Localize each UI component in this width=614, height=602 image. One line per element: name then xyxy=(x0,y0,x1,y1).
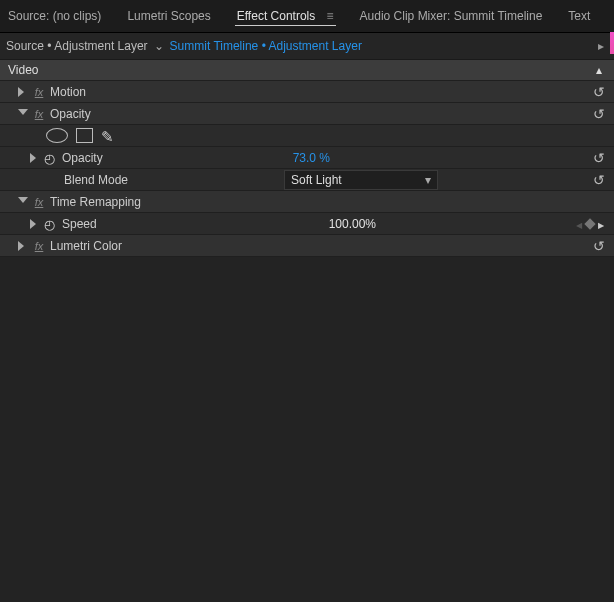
reset-icon[interactable] xyxy=(590,150,608,166)
effect-controls-body: Video fx Motion fx Opacity xyxy=(0,60,614,602)
twirl-icon[interactable] xyxy=(16,86,28,98)
panel-tab-bar: Source: (no clips) Lumetri Scopes Effect… xyxy=(0,0,614,33)
keyframe-next-icon[interactable] xyxy=(598,217,604,231)
stopwatch-icon[interactable] xyxy=(44,217,58,231)
effect-lumetri-color-row[interactable]: fx Lumetri Color xyxy=(0,235,614,257)
motion-label: Motion xyxy=(50,85,86,99)
twirl-icon[interactable] xyxy=(28,218,40,230)
mask-pen-icon[interactable] xyxy=(101,128,117,144)
chevron-down-icon xyxy=(425,173,431,187)
panel-menu-icon[interactable] xyxy=(327,9,334,23)
effect-opacity-row[interactable]: fx Opacity xyxy=(0,103,614,125)
opacity-value[interactable]: 73.0 % xyxy=(293,151,330,165)
speed-label: Speed xyxy=(62,217,97,231)
reset-icon[interactable] xyxy=(590,238,608,254)
tab-lumetri-scopes[interactable]: Lumetri Scopes xyxy=(125,7,212,25)
reset-icon[interactable] xyxy=(590,84,608,100)
right-edge-marker xyxy=(610,32,614,54)
blend-mode-select[interactable]: Soft Light xyxy=(284,170,438,190)
fx-badge-icon[interactable]: fx xyxy=(32,196,46,208)
keyframe-add-icon[interactable] xyxy=(584,218,595,229)
twirl-icon[interactable] xyxy=(16,108,28,120)
tab-source[interactable]: Source: (no clips) xyxy=(6,7,103,25)
opacity-prop-label: Opacity xyxy=(62,151,103,165)
fx-badge-icon[interactable]: fx xyxy=(32,240,46,252)
stopwatch-icon[interactable] xyxy=(44,151,58,165)
keyframe-prev-icon[interactable] xyxy=(576,217,582,231)
speed-row: Speed 100.00% xyxy=(0,213,614,235)
source-header: Source • Adjustment Layer ⌄ Summit Timel… xyxy=(0,33,614,60)
blend-mode-row: Blend Mode Soft Light xyxy=(0,169,614,191)
source-timeline-label[interactable]: Summit Timeline • Adjustment Layer xyxy=(170,39,362,53)
opacity-label: Opacity xyxy=(50,107,91,121)
fx-badge-icon[interactable]: fx xyxy=(32,108,46,120)
opacity-value-row: Opacity 73.0 % xyxy=(0,147,614,169)
opacity-mask-tools-row xyxy=(0,125,614,147)
reset-icon[interactable] xyxy=(590,172,608,188)
lumetri-color-label: Lumetri Color xyxy=(50,239,122,253)
tab-effect-controls[interactable]: Effect Controls xyxy=(235,7,336,26)
tab-effect-controls-label: Effect Controls xyxy=(237,9,315,23)
video-group-header[interactable]: Video xyxy=(0,60,614,81)
speed-value[interactable]: 100.00% xyxy=(329,217,376,231)
collapse-video-icon[interactable] xyxy=(592,63,606,77)
blend-mode-value: Soft Light xyxy=(291,173,342,187)
fx-badge-icon[interactable]: fx xyxy=(32,86,46,98)
tab-text[interactable]: Text xyxy=(566,7,592,25)
keyframe-nav xyxy=(576,217,608,231)
mask-ellipse-icon[interactable] xyxy=(46,128,68,143)
video-group-label: Video xyxy=(8,63,38,77)
effect-time-remapping-row[interactable]: fx Time Remapping xyxy=(0,191,614,213)
twirl-icon[interactable] xyxy=(28,152,40,164)
twirl-icon[interactable] xyxy=(16,196,28,208)
mask-rect-icon[interactable] xyxy=(76,128,93,143)
chevron-down-icon[interactable]: ⌄ xyxy=(154,39,164,53)
time-remapping-label: Time Remapping xyxy=(50,195,141,209)
tab-audio-clip-mixer[interactable]: Audio Clip Mixer: Summit Timeline xyxy=(358,7,545,25)
source-master-label: Source • Adjustment Layer xyxy=(6,39,148,53)
timeline-expand-icon[interactable] xyxy=(594,39,608,53)
reset-icon[interactable] xyxy=(590,106,608,122)
twirl-icon[interactable] xyxy=(16,240,28,252)
effect-motion-row[interactable]: fx Motion xyxy=(0,81,614,103)
blend-mode-label: Blend Mode xyxy=(64,173,128,187)
